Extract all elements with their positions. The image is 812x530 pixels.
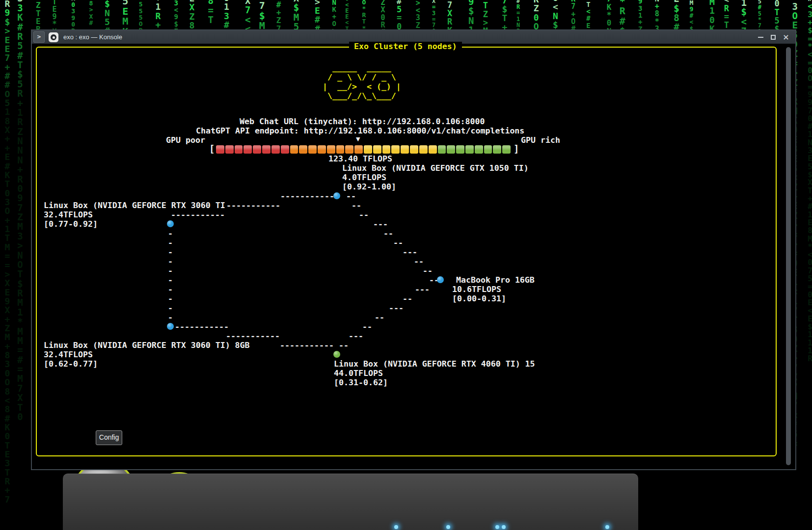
gauge-square [244,145,252,154]
gauge-square [401,145,409,154]
dock-panel [63,474,638,530]
link-dash: -- [383,229,393,238]
node-label-rtx-3060-ti-8gb: Linux Box (NVIDIA GEFORCE RTX 3060 TI) 8… [44,341,250,350]
matrix-column: E3E><3Z [416,0,420,29]
gauge-square [447,145,455,154]
config-button[interactable]: Config [96,430,122,445]
link-dash: - [168,313,173,322]
node-label-rtx-4060-ti: 44.0TFLOPS [334,369,383,378]
link-dash: - [168,275,173,285]
node-label-macbook-pro: 10.6TFLOPS [452,285,501,294]
gauge-square [493,145,501,154]
link-dash: ----------- [280,191,334,201]
gauge-square [318,145,326,154]
gauge-square [225,145,234,154]
gauge-open-bracket: [ [209,144,215,154]
node-dot-macbook-pro [437,276,444,283]
link-dash: -- [362,322,372,331]
gauge-square [475,145,483,154]
link-dash: ----------- [171,210,225,219]
close-button[interactable]: × [781,32,791,42]
titlebar-chevron-icon[interactable]: > [33,31,45,43]
gauge-square [429,145,437,154]
maximize-button[interactable] [768,32,779,42]
gauge-square [484,145,492,154]
link-dash: -- [414,257,424,266]
link-dash: - [168,229,173,238]
gauge-square [290,145,298,154]
matrix-column: KR9$>EE7+##O518X++E#KT03O+1TM==>XE9X+ZM+… [4,0,10,504]
node-label-rtx-3060-ti: Linux Box (NVIDIA GEFORCE RTX 3060 TI [44,201,225,210]
api-endpoint: ChatGPT API endpoint: http://192.168.0.1… [196,126,524,135]
node-label-rtx-3060-ti-8gb: [0.62-0.77] [44,359,98,369]
node-label-rtx-4060-ti: [0.31-0.62] [334,378,388,387]
running-indicator-dot [605,525,609,529]
node-dot-rtx-4060-ti [333,351,340,358]
gauge-square [410,145,418,154]
running-indicator-dot [502,525,506,529]
gauge-square [299,145,307,154]
desktop: KR9$>EE7+##O518X++E#KT03O+1TM==>XE9X+ZM+… [0,0,812,530]
node-label-rtx-3060-ti: [0.77-0.92] [44,219,98,229]
node-label-gtx-1050-ti: [0.92-1.00] [342,182,396,191]
node-label-gtx-1050-ti: Linux Box (NVIDIA GEFORCE GTX 1050 TI) [342,163,529,173]
gauge-square [382,145,391,154]
link-dash: - [168,238,173,247]
link-dash: --- [373,219,388,229]
link-dash: - [168,294,173,303]
gauge-square [253,145,261,154]
matrix-column: T33K#R5#T$5R+1RZNNN+R097ZM3>NOT$RM1*MM=#… [17,0,23,422]
node-label-rtx-4060-ti: Linux Box (NVIDIA GEFORCE RTX 4060 TI) 1… [334,359,535,369]
exo-cluster-title: Exo Cluster (5 nodes) [349,42,462,51]
gauge-square [345,145,353,154]
window-title: exo : exo — Konsole [63,33,122,41]
link-dash: --- [403,247,417,257]
node-label-rtx-3060-ti: 32.4TFLOPS [44,210,93,219]
matrix-column: 9<8=T [208,0,213,25]
node-label-rtx-3060-ti-8gb: 32.4TFLOPS [44,350,93,359]
matrix-column: 9$8555OR [139,0,143,34]
running-indicator-dot [394,525,398,529]
link-dash: ----------- [226,331,280,341]
gauge-square [456,145,464,154]
link-dash: -- [403,294,412,303]
gauge-square [465,145,474,154]
gpu-rich-label: GPU rich [521,135,560,145]
link-dash: - [168,285,173,294]
gauge-square [502,145,511,154]
terminal-scrollbar[interactable] [786,47,791,465]
minimize-button[interactable] [755,32,766,42]
gauge-square [391,145,400,154]
gauge-square [271,145,280,154]
gauge-square [327,145,335,154]
link-dash: - [168,303,173,313]
link-dash: - [168,247,173,257]
link-dash: - [168,257,173,266]
link-dash: -- [375,313,384,322]
gauge-square [235,145,243,154]
web-chat-url: Web Chat URL (tinychat): http://192.168.… [240,117,485,126]
gauge-close-bracket: ] [514,144,519,154]
link-dash: ----------- [280,341,334,350]
matrix-column: M#*8>X# [89,0,93,26]
maximize-icon [771,35,776,40]
node-dot-gtx-1050-ti [333,192,340,199]
gauge-marker-icon: ▼ [356,136,360,143]
link-dash: -- [339,341,349,350]
exo-ascii-logo: _____ _____ / _ \ \/ / _ \ | __/> < (_) … [323,63,401,101]
node-label-gtx-1050-ti: 4.0TFLOPS [342,173,386,182]
link-dash: -- [423,266,433,275]
node-label-macbook-pro: [0.00-0.31] [452,294,506,303]
gauge-square [438,145,446,154]
gpu-poor-label: GPU poor [166,135,205,145]
gpu-gauge-bar [216,145,511,154]
link-dash: ----------- [226,201,280,210]
gauge-square [336,145,345,154]
node-label-macbook-pro: MacBook Pro 16GB [456,275,535,285]
link-dash: --- [349,331,363,341]
link-dash: --- [415,285,430,294]
link-dash: ----------- [175,322,229,331]
node-dot-rtx-3060-ti [167,220,174,227]
gauge-square [373,145,381,154]
matrix-column: 7#<3+$=*<=0O=9970#1N3E5$XT+#1E8M*<075=0E… [808,0,812,363]
